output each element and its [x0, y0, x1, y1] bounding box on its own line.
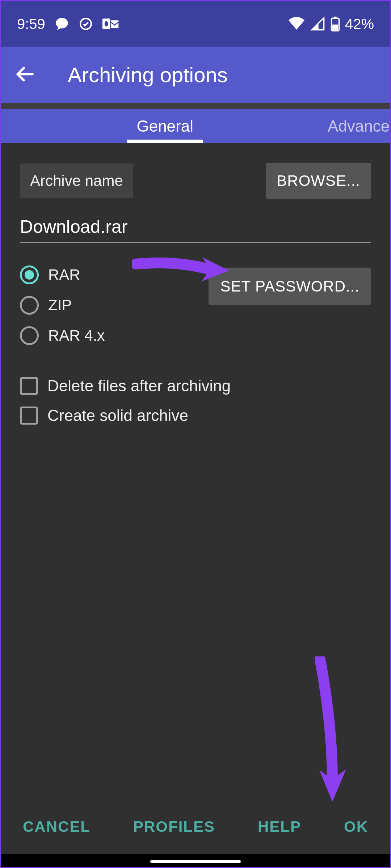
checkbox-group: Delete files after archiving Create soli… [20, 377, 371, 425]
cancel-button[interactable]: CANCEL [23, 818, 91, 835]
checkbox-delete-after[interactable]: Delete files after archiving [20, 377, 371, 395]
archive-name-chip[interactable]: Archive name [20, 163, 133, 198]
speech-bubble-icon [55, 17, 69, 31]
bottom-bar: CANCEL PROFILES HELP OK [1, 800, 390, 854]
svg-point-2 [105, 21, 108, 27]
help-button[interactable]: HELP [258, 818, 301, 835]
content-area: Archive name BROWSE... Download.rar RAR … [1, 143, 390, 800]
outlook-icon [102, 17, 119, 31]
radio-rar-label: RAR [48, 266, 80, 284]
battery-icon [331, 16, 340, 31]
battery-percent: 42% [345, 16, 374, 32]
radio-icon [20, 296, 39, 315]
radio-icon [20, 265, 39, 284]
radio-icon [20, 326, 39, 345]
checkbox-icon [20, 407, 38, 425]
page-title: Archiving options [68, 63, 228, 87]
archive-name-input[interactable]: Download.rar [20, 216, 371, 243]
radio-zip[interactable]: ZIP [20, 296, 105, 315]
cellular-icon [310, 17, 325, 31]
profiles-button[interactable]: PROFILES [133, 818, 215, 835]
ok-button[interactable]: OK [344, 818, 368, 835]
status-time: 9:59 [17, 16, 45, 32]
app-bar: Archiving options [1, 47, 390, 103]
tab-indicator [127, 140, 203, 143]
checkbox-icon [20, 377, 38, 395]
browse-button[interactable]: BROWSE... [266, 163, 371, 199]
divider [1, 103, 390, 109]
back-icon[interactable] [14, 64, 35, 86]
solid-archive-label: Create solid archive [47, 407, 188, 425]
radio-rar[interactable]: RAR [20, 265, 105, 284]
set-password-button[interactable]: SET PASSWORD... [209, 268, 371, 305]
radio-rar4x-label: RAR 4.x [48, 327, 105, 344]
home-indicator[interactable] [150, 860, 241, 863]
tab-general-label: General [136, 117, 193, 135]
tab-bar: General Advanced [1, 109, 390, 143]
svg-rect-5 [332, 25, 338, 30]
tab-advanced-label: Advanced [328, 117, 390, 135]
format-radio-group: RAR ZIP RAR 4.x [20, 265, 105, 345]
wifi-icon [288, 17, 305, 31]
status-bar: 9:59 42% [1, 1, 390, 47]
tab-general[interactable]: General [63, 109, 267, 143]
delete-after-label: Delete files after archiving [47, 377, 231, 395]
svg-rect-4 [334, 17, 336, 18]
nav-bar [1, 854, 390, 868]
tab-advanced[interactable]: Advanced [321, 109, 390, 143]
checkbox-solid-archive[interactable]: Create solid archive [20, 407, 371, 425]
archive-name-value: Download.rar [20, 216, 371, 237]
sync-icon [79, 17, 93, 31]
radio-zip-label: ZIP [48, 297, 72, 314]
radio-rar4x[interactable]: RAR 4.x [20, 326, 105, 345]
